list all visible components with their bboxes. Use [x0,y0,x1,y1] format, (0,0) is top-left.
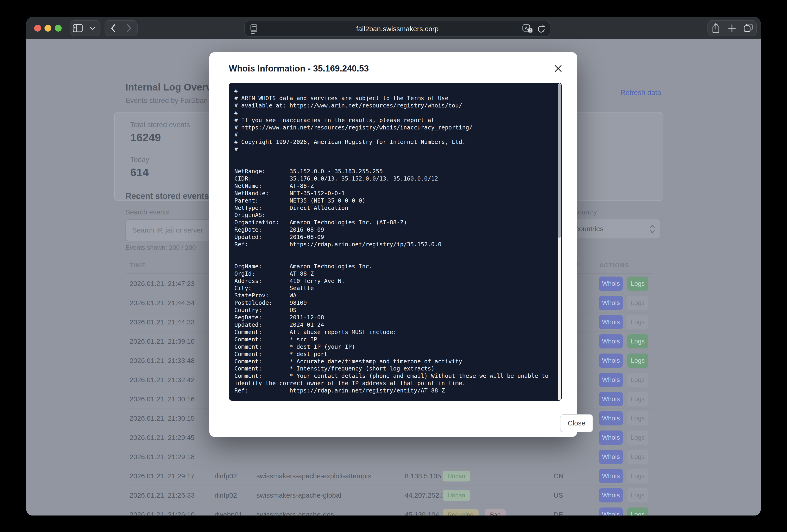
total-events-label: Total stored events [130,121,190,129]
minimize-window-button[interactable] [44,25,51,31]
close-icon[interactable] [552,63,564,74]
cell-country: US [554,491,563,499]
search-events-label: Search events [125,208,169,216]
cell-time: 2026.01.21, 21:30:16 [130,395,195,403]
cell-country: DE [554,511,563,515]
terminal-scrollbar-thumb[interactable] [558,84,561,238]
whois-button[interactable]: Whois [599,296,623,310]
whois-button[interactable]: Whois [599,392,623,406]
cell-time: 2026.01.21, 21:44:33 [130,318,195,326]
whois-button[interactable]: Whois [599,354,623,368]
cell-jail: swissmakers-apache-global [256,491,341,499]
toolbar-right-group [707,20,757,36]
whois-button[interactable]: Whois [599,373,623,387]
col-header-time: TIME [130,262,146,269]
logs-button[interactable]: Logs [627,276,648,291]
cell-time: 2026.01.21, 21:29:45 [130,434,195,442]
whois-button[interactable]: Whois [599,276,623,291]
sidebar-toggle-icon[interactable] [70,21,85,36]
status-badge: Ban [485,509,506,516]
today-label: Today [130,156,149,164]
translate-icon[interactable]: A文 [523,24,533,34]
back-icon[interactable] [105,21,121,36]
browser-toolbar: fail2ban.swissmakers.corp A文 [26,17,761,39]
url-text: fail2ban.swissmakers.corp [245,25,550,33]
share-icon[interactable] [708,21,724,36]
forward-icon[interactable] [121,21,137,36]
status-badges: RecurringBan [443,509,506,516]
cell-ip: 44.207.252.58 [405,491,449,499]
table-row: 2026.01.21, 21:29:18WhoisLogs [114,447,663,466]
cell-time: 2026.01.21, 21:30:15 [130,415,195,422]
logs-button[interactable]: Logs [627,411,648,425]
browser-window: fail2ban.swissmakers.corp A文 I [26,17,761,515]
logs-button[interactable]: Logs [627,488,648,503]
cell-server: rlwebp01 [214,511,242,515]
status-badge: Recurring [443,509,478,516]
whois-button[interactable]: Whois [599,315,623,329]
whois-button[interactable]: Whois [599,334,623,349]
status-badges: Unban [443,490,470,501]
recent-events-heading: Recent stored events [125,191,209,201]
terminal-scrollbar[interactable] [558,83,561,400]
table-row: 2026.01.21, 21:29:17rlinfp02swissmakers-… [114,466,663,486]
cell-ip: 8.138.5.105 [405,472,441,480]
zoom-window-button[interactable] [55,25,62,31]
cell-jail: swissmakers-apache-dos [256,511,334,515]
whois-button[interactable]: Whois [599,430,623,445]
today-value: 614 [130,166,149,179]
status-badge: Unban [443,490,470,501]
status-badge: Unban [443,471,470,482]
logs-button[interactable]: Logs [627,450,648,464]
whois-button[interactable]: Whois [599,450,623,464]
chevron-down-icon[interactable] [85,21,100,36]
logs-button[interactable]: Logs [627,508,648,515]
logs-button[interactable]: Logs [627,315,648,329]
logs-button[interactable]: Logs [627,354,648,368]
whois-button[interactable]: Whois [599,508,623,515]
whois-output-text: # # ARIN WHOIS data and services are sub… [229,83,562,399]
logs-button[interactable]: Logs [627,392,648,406]
whois-button[interactable]: Whois [599,488,623,503]
logs-button[interactable]: Logs [627,469,648,483]
svg-text:文: 文 [529,29,532,32]
cell-jail: swissmakers-apache-exploit-attempts [256,472,371,480]
logs-button[interactable]: Logs [627,373,648,387]
whois-button[interactable]: Whois [599,469,623,483]
logs-button[interactable]: Logs [627,334,648,349]
new-tab-icon[interactable] [724,21,740,36]
cell-time: 2026.01.21, 21:44:34 [130,299,195,307]
total-events-value: 16249 [130,131,161,144]
cell-time: 2026.01.21, 21:33:48 [130,357,195,364]
whois-modal-title: Whois Information - 35.169.240.53 [229,64,369,73]
status-badges: Unban [443,471,470,482]
cell-time: 2026.01.21, 21:32:42 [130,376,195,384]
page-subtitle: Events stored by Fail2ban-UI [125,96,217,105]
cell-time: 2026.01.21, 21:29:17 [130,472,195,480]
cell-time: 2026.01.21, 21:39:10 [130,337,195,345]
address-bar[interactable]: fail2ban.swissmakers.corp A文 [244,21,550,37]
select-chevrons-icon [650,224,655,235]
svg-text:A: A [525,26,528,31]
logs-button[interactable]: Logs [627,296,648,310]
modal-close-button[interactable]: Close [560,414,593,432]
nav-group [105,20,137,36]
events-shown-count: Events shown: 200 / 200 [125,244,196,251]
cell-time: 2026.01.21, 21:29:18 [130,453,195,461]
table-row: 2026.01.21, 21:26:33rlinfp02swissmakers-… [114,486,663,505]
logs-button[interactable]: Logs [627,430,648,445]
table-row: 2026.01.21, 21:26:10rlwebp01swissmakers-… [114,505,663,515]
cell-time: 2026.01.21, 21:26:33 [130,491,195,499]
col-header-actions: ACTIONS [599,262,629,269]
refresh-data-link[interactable]: Refresh data [620,89,661,97]
reload-icon[interactable] [537,24,546,34]
tabs-overview-icon[interactable] [740,21,756,36]
cell-time: 2026.01.21, 21:26:10 [130,511,195,515]
whois-button[interactable]: Whois [599,411,623,425]
whois-modal: Whois Information - 35.169.240.53 # # AR… [209,52,577,437]
close-window-button[interactable] [34,25,41,31]
cell-time: 2026.01.21, 21:47:23 [130,280,195,288]
cell-server: rlinfp02 [214,472,237,480]
sidebar-toggle-group [70,20,101,36]
whois-output-terminal: # # ARIN WHOIS data and services are sub… [229,83,562,401]
